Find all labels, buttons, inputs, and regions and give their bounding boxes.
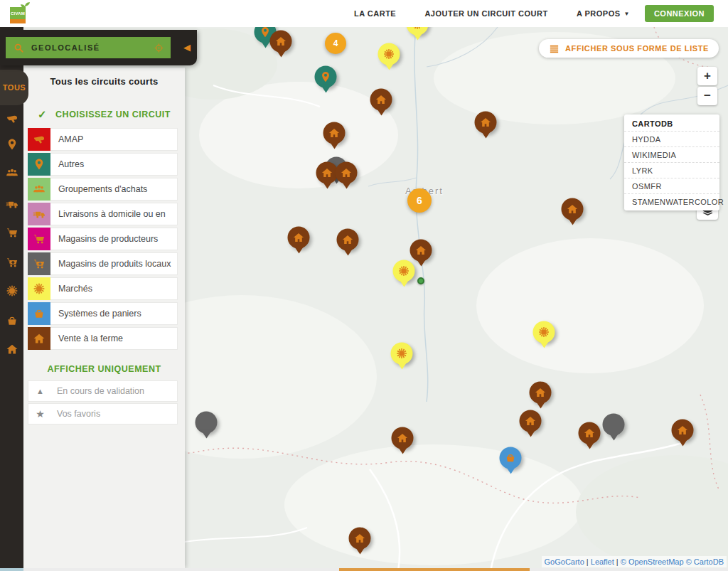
map-marker-ferme[interactable]: [520, 410, 542, 432]
connexion-button[interactable]: CONNEXION: [645, 5, 714, 22]
map-marker-ferme[interactable]: [475, 112, 497, 134]
map-green-dot[interactable]: [417, 277, 424, 284]
filter-row-vos-favoris[interactable]: ★Vos favoris: [28, 403, 178, 425]
rail-item-people[interactable]: [0, 166, 23, 180]
zoom-in-button[interactable]: +: [697, 67, 717, 85]
attribution-link[interactable]: Leaflet: [591, 557, 614, 566]
rail-item-pin[interactable]: [0, 137, 23, 151]
category-rail: TOUS: [0, 27, 23, 568]
sprout-icon: [18, 2, 30, 12]
rail-item-fist[interactable]: [0, 112, 23, 126]
category-label: Systèmes de paniers: [50, 309, 141, 319]
map-marker-marche[interactable]: [533, 321, 555, 343]
map-marker-ferme[interactable]: [288, 227, 310, 249]
map-marker-marche[interactable]: [393, 260, 415, 282]
rail-item-cart[interactable]: [0, 225, 23, 240]
rail-item-house[interactable]: [0, 342, 23, 356]
house-icon: [293, 232, 305, 244]
marker-cluster[interactable]: 4: [325, 33, 346, 54]
basket-icon: [6, 314, 18, 327]
sun-icon: [538, 326, 550, 338]
map-marker-pending[interactable]: [603, 414, 625, 436]
map-marker-ferme[interactable]: [349, 528, 371, 550]
show-as-list-button[interactable]: AFFICHER SOUS FORME DE LISTE: [539, 39, 719, 58]
attribution-link[interactable]: © OpenStreetMap © CartoDB: [621, 557, 724, 566]
star-icon: ★: [28, 408, 52, 420]
logo-orange-block: [10, 19, 26, 23]
nav-item-la-carte[interactable]: LA CARTE: [354, 9, 396, 18]
category-chip: [28, 302, 50, 325]
collapse-sidebar-icon[interactable]: ◀: [183, 42, 191, 53]
category-label: Magasins de producteurs: [50, 234, 158, 244]
list-icon: [549, 43, 560, 54]
geolocate-icon[interactable]: [154, 43, 164, 53]
category-chip: [28, 228, 50, 250]
civam-logo[interactable]: CIVAM: [10, 4, 31, 25]
map-marker-ferme[interactable]: [270, 31, 292, 53]
map-attribution: GoGoCarto | Leaflet | © OpenStreetMap © …: [542, 556, 727, 567]
house-icon: [342, 234, 354, 246]
footer-strip-segment: [339, 568, 530, 571]
map-marker-ferme[interactable]: [562, 198, 584, 220]
category-row-magasins-de-produits-locaux[interactable]: Magasins de produits locaux: [28, 252, 178, 275]
house-icon: [33, 332, 46, 345]
fist-icon: [33, 133, 46, 146]
basket-icon: [505, 452, 517, 464]
category-label: Magasins de produits locaux: [50, 259, 171, 269]
category-row-magasins-de-producteurs[interactable]: Magasins de producteurs: [28, 228, 178, 250]
attribution-link[interactable]: GoGoCarto: [545, 557, 584, 566]
category-row-livraisons-domicile-ou-en[interactable]: Livraisons à domicile ou en: [28, 203, 178, 225]
map-marker-pending[interactable]: [196, 412, 218, 434]
basemap-option-osmfr[interactable]: OSMFR: [624, 178, 719, 194]
house-icon: [341, 167, 353, 179]
house-icon: [415, 245, 427, 257]
category-row-vente-la-ferme[interactable]: Vente à la ferme: [28, 327, 178, 350]
map-marker-ferme[interactable]: [370, 89, 392, 111]
marker-cluster[interactable]: 6: [407, 188, 432, 213]
category-row-groupements-d-achats[interactable]: Groupements d'achats: [28, 178, 178, 201]
rail-item-truck[interactable]: [0, 197, 23, 211]
map-marker-marche[interactable]: [391, 343, 413, 365]
category-label: Autres: [50, 159, 84, 169]
category-row-amap[interactable]: AMAP: [28, 128, 178, 151]
basemap-panel: CARTODBHYDDAWIKIMEDIALYRKOSMFRSTAMENWATE…: [624, 114, 719, 210]
house-icon: [375, 94, 387, 106]
category-chip: [28, 128, 50, 151]
map-marker-ferme[interactable]: [530, 382, 552, 404]
warning-triangle-icon: ▲: [28, 387, 52, 395]
category-list: AMAPAutresGroupements d'achatsLivraisons…: [23, 128, 185, 350]
map-marker-panier[interactable]: [500, 447, 522, 469]
rail-item-cartplus[interactable]: [0, 255, 23, 270]
cartplus-icon: [33, 257, 46, 270]
map-marker-ferme[interactable]: [410, 240, 432, 262]
nav-item-ajouter-circuit[interactable]: AJOUTER UN CIRCUIT COURT: [424, 9, 547, 18]
basemap-option-stamenwatercolor[interactable]: STAMENWATERCOLOR: [624, 194, 719, 209]
zoom-out-button[interactable]: −: [697, 87, 717, 105]
category-row-march-s[interactable]: Marchés: [28, 277, 178, 300]
map-marker-autres[interactable]: [315, 66, 337, 88]
map-marker-ferme[interactable]: [323, 122, 346, 144]
rail-item-tous[interactable]: TOUS: [0, 70, 28, 105]
category-row-syst-mes-de-paniers[interactable]: Systèmes de paniers: [28, 302, 178, 325]
map-marker-ferme[interactable]: [672, 420, 694, 442]
basemap-option-hydda[interactable]: HYDDA: [624, 132, 719, 147]
category-row-autres[interactable]: Autres: [28, 153, 178, 176]
basemap-option-cartodb[interactable]: CARTODB: [624, 116, 719, 132]
map-marker-marche[interactable]: [378, 43, 400, 65]
search-input[interactable]: GEOLOCALISÉ: [6, 37, 171, 58]
basemap-option-wikimedia[interactable]: WIKIMEDIA: [624, 147, 719, 163]
map-marker-ferme[interactable]: [392, 427, 414, 449]
pin-icon: [320, 71, 332, 83]
filter-row-en-cours-de-validation[interactable]: ▲En cours de validation: [28, 380, 178, 402]
footer-strip: [0, 568, 728, 571]
rail-item-sun[interactable]: [0, 284, 23, 298]
basemap-option-lyrk[interactable]: LYRK: [624, 163, 719, 178]
nav-item-a-propos[interactable]: A PROPOS▼: [577, 9, 630, 18]
rail-item-basket[interactable]: [0, 314, 23, 328]
people-icon: [33, 183, 46, 196]
map-marker-ferme[interactable]: [337, 229, 359, 251]
tous-label: TOUS: [3, 83, 26, 92]
sun-icon: [383, 48, 395, 60]
map-marker-ferme[interactable]: [336, 162, 358, 184]
map-marker-ferme[interactable]: [579, 422, 601, 444]
